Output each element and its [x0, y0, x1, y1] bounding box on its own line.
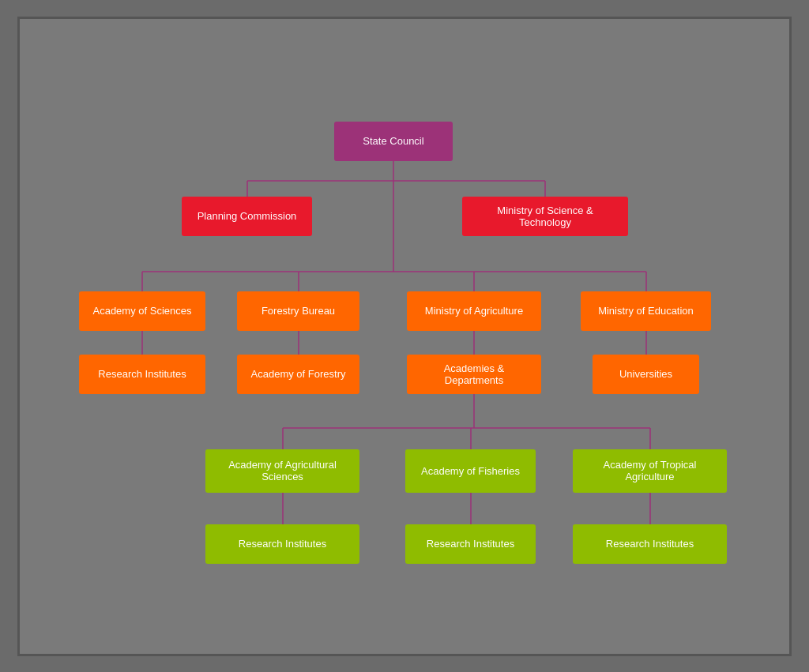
- node-state_council: State Council: [334, 122, 453, 161]
- node-universities: Universities: [593, 355, 699, 394]
- node-academy_forestry: Academy of Forestry: [237, 355, 359, 394]
- node-academy_tropical_agri: Academy of Tropical Agriculture: [573, 449, 727, 493]
- node-ministry_agriculture: Ministry of Agriculture: [407, 291, 541, 331]
- node-academies_departments: Academies & Departments: [407, 355, 541, 394]
- node-academy_fisheries: Academy of Fisheries: [405, 449, 536, 493]
- node-research_institutes_trop: Research Institutes: [573, 524, 727, 564]
- node-ministry_education: Ministry of Education: [581, 291, 711, 331]
- node-research_institutes_agri: Research Institutes: [205, 524, 359, 564]
- node-planning_commission: Planning Commission: [182, 197, 312, 236]
- node-research_institutes_sci: Research Institutes: [79, 355, 205, 394]
- node-research_institutes_fish: Research Institutes: [405, 524, 536, 564]
- node-academy_agri_sci: Academy of Agricultural Sciences: [205, 449, 359, 493]
- org-chart-canvas: State CouncilPlanning CommissionMinistry…: [17, 17, 792, 656]
- node-forestry_bureau: Forestry Bureau: [237, 291, 359, 331]
- node-ministry_sci_tech: Ministry of Science & Technology: [462, 197, 628, 236]
- node-academy_sciences: Academy of Sciences: [79, 291, 205, 331]
